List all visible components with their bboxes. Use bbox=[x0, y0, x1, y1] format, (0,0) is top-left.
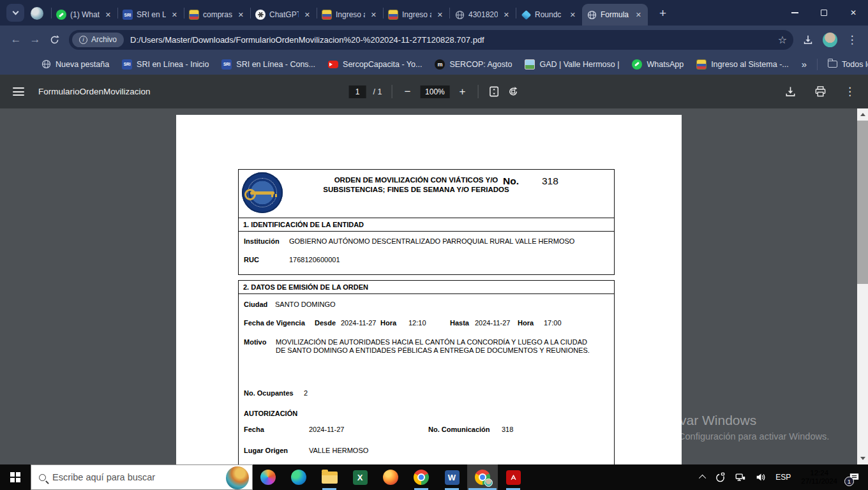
close-icon[interactable]: ✕ bbox=[435, 10, 445, 20]
tab-compras[interactable]: compras ✕ bbox=[184, 4, 250, 26]
tray-volume-icon[interactable] bbox=[751, 464, 771, 490]
bookmark-nueva-pestana[interactable]: Nueva pestaña bbox=[41, 59, 109, 70]
hasta-value: 2024-11-27 bbox=[475, 319, 510, 327]
new-tab-button[interactable]: + bbox=[655, 6, 670, 20]
activate-windows-watermark: Activar Windows Ve a Configuración para … bbox=[657, 413, 829, 442]
reload-icon[interactable] bbox=[45, 30, 64, 49]
close-icon[interactable]: ✕ bbox=[103, 10, 113, 20]
pinned-tab-favicon[interactable] bbox=[31, 7, 43, 20]
language-indicator[interactable]: ESP bbox=[771, 464, 795, 490]
youtube-icon bbox=[328, 61, 338, 68]
form-title: ORDEN DE MOVILIZACIÓN CON VIÁTICOS Y/O S… bbox=[308, 175, 525, 194]
tray-chevron-up[interactable] bbox=[696, 464, 710, 490]
scrollbar[interactable] bbox=[857, 108, 868, 464]
tab-roundcube[interactable]: Roundc ✕ bbox=[516, 4, 582, 26]
pdf-viewport: ORDEN DE MOVILIZACIÓN CON VIÁTICOS Y/O S… bbox=[0, 108, 868, 464]
tray-sync-icon[interactable] bbox=[710, 464, 730, 490]
zoom-out-button[interactable]: − bbox=[402, 85, 414, 98]
word-icon: W bbox=[445, 470, 460, 485]
tab-ingreso-1[interactable]: Ingreso a ✕ bbox=[317, 4, 383, 26]
divider bbox=[477, 85, 478, 98]
bookmark-label: SercopCapacita - Yo... bbox=[343, 60, 422, 69]
bookmarks-overflow-chevron[interactable]: » bbox=[802, 59, 807, 70]
pdf-menu-icon[interactable] bbox=[13, 87, 24, 96]
scroll-up-button[interactable] bbox=[857, 110, 868, 119]
start-button[interactable] bbox=[0, 464, 31, 490]
taskbar-search-input[interactable] bbox=[52, 472, 244, 482]
url-input[interactable] bbox=[130, 35, 774, 45]
forward-icon[interactable]: → bbox=[26, 30, 45, 49]
pdf-download-icon[interactable] bbox=[784, 85, 797, 98]
ecuador-arms-icon bbox=[322, 10, 332, 20]
pdf-print-icon[interactable] bbox=[814, 85, 827, 98]
tab-chatgpt[interactable]: ChatGPT ✕ bbox=[251, 4, 317, 26]
divider bbox=[817, 59, 818, 70]
bookmark-sercop-agosto[interactable]: m SERCOP: Agosto bbox=[435, 59, 512, 70]
taskbar-edge[interactable] bbox=[283, 464, 314, 490]
all-bookmarks-button[interactable]: Todos los marcadores bbox=[828, 60, 868, 69]
taskbar-chrome[interactable] bbox=[406, 464, 437, 490]
notification-center-button[interactable]: 1 bbox=[843, 464, 868, 490]
bookmark-star-icon[interactable]: ☆ bbox=[778, 34, 787, 46]
profile-avatar[interactable] bbox=[823, 33, 837, 47]
tab-label: compras bbox=[203, 10, 232, 19]
all-bookmarks-label: Todos los marcadores bbox=[842, 60, 868, 69]
tab-sri[interactable]: SRI SRI en Lí ✕ bbox=[118, 4, 184, 26]
bookmark-label: SRI en Línea - Inicio bbox=[137, 60, 209, 69]
zoom-level-input[interactable] bbox=[420, 85, 449, 98]
hora1-label: Hora bbox=[380, 319, 396, 327]
taskbar-file-explorer[interactable] bbox=[314, 464, 345, 490]
bookmark-gad-valle-hermoso[interactable]: GAD | Valle Hermoso | bbox=[525, 59, 619, 70]
globe-icon bbox=[587, 10, 597, 20]
close-window-button[interactable]: ✕ bbox=[839, 0, 868, 26]
close-icon[interactable]: ✕ bbox=[634, 10, 643, 20]
tray-network-icon[interactable] bbox=[730, 464, 751, 490]
scroll-down-button[interactable] bbox=[857, 454, 868, 463]
ocupantes-value: 2 bbox=[304, 389, 308, 397]
scrollbar-thumb[interactable] bbox=[857, 121, 868, 284]
close-icon[interactable]: ✕ bbox=[236, 10, 246, 20]
download-icon[interactable] bbox=[798, 30, 818, 49]
close-icon[interactable]: ✕ bbox=[369, 10, 378, 20]
tab-formulario-active[interactable]: Formula ✕ bbox=[582, 4, 648, 26]
minimize-button[interactable] bbox=[780, 0, 809, 26]
back-icon[interactable]: ← bbox=[6, 30, 26, 49]
taskbar-acrobat[interactable] bbox=[498, 464, 528, 490]
address-bar[interactable]: i Archivo ☆ bbox=[69, 30, 793, 50]
zoom-in-button[interactable]: + bbox=[456, 85, 468, 98]
browser-menu-icon[interactable]: ⋮ bbox=[842, 30, 862, 49]
maximize-button[interactable] bbox=[809, 0, 839, 26]
taskbar-word[interactable]: W bbox=[437, 464, 467, 490]
taskbar-search[interactable] bbox=[31, 464, 253, 490]
pdf-more-icon[interactable]: ⋮ bbox=[844, 85, 855, 98]
taskbar-chrome-active[interactable] bbox=[467, 464, 498, 490]
tab-search-button[interactable] bbox=[6, 4, 24, 22]
close-icon[interactable]: ✕ bbox=[303, 10, 312, 20]
bookmark-sri-inicio[interactable]: SRI SRI en Línea - Inicio bbox=[122, 59, 209, 70]
rotate-icon[interactable] bbox=[507, 85, 519, 98]
autorizacion-title: AUTORIZACIÓN bbox=[244, 410, 297, 417]
bookmark-whatsapp[interactable]: WhatsApp bbox=[632, 59, 684, 70]
close-icon[interactable]: ✕ bbox=[502, 10, 511, 20]
search-highlight-icon[interactable] bbox=[226, 466, 249, 489]
taskbar-copilot[interactable] bbox=[253, 464, 283, 490]
hora1-value: 12:10 bbox=[408, 319, 426, 327]
tab-ingreso-2[interactable]: Ingreso a ✕ bbox=[384, 4, 449, 26]
page-count-label: / 1 bbox=[373, 87, 382, 96]
file-scheme-chip[interactable]: i Archivo bbox=[72, 33, 124, 47]
page-number-input[interactable] bbox=[349, 85, 366, 98]
tab-4301820[interactable]: 4301820 ✕ bbox=[450, 4, 516, 26]
taskbar-firefox[interactable] bbox=[375, 464, 406, 490]
clock-date: 27/11/2024 bbox=[801, 477, 837, 486]
acrobat-icon bbox=[506, 470, 521, 485]
taskbar-clock[interactable]: 12:24 27/11/2024 bbox=[795, 469, 843, 486]
bookmark-ingreso-sistema[interactable]: Ingreso al Sistema -... bbox=[696, 59, 789, 70]
fit-to-page-icon[interactable] bbox=[488, 85, 500, 98]
motivo-label: Motivo bbox=[244, 338, 266, 346]
bookmark-sercopcapacita[interactable]: SercopCapacita - Yo... bbox=[328, 60, 422, 69]
bookmark-sri-consultas[interactable]: SRI SRI en Línea - Cons... bbox=[221, 59, 315, 70]
close-icon[interactable]: ✕ bbox=[568, 10, 578, 20]
tab-whatsapp[interactable]: (1) What ✕ bbox=[52, 4, 117, 26]
taskbar-excel[interactable]: X bbox=[345, 464, 375, 490]
close-icon[interactable]: ✕ bbox=[170, 10, 179, 20]
